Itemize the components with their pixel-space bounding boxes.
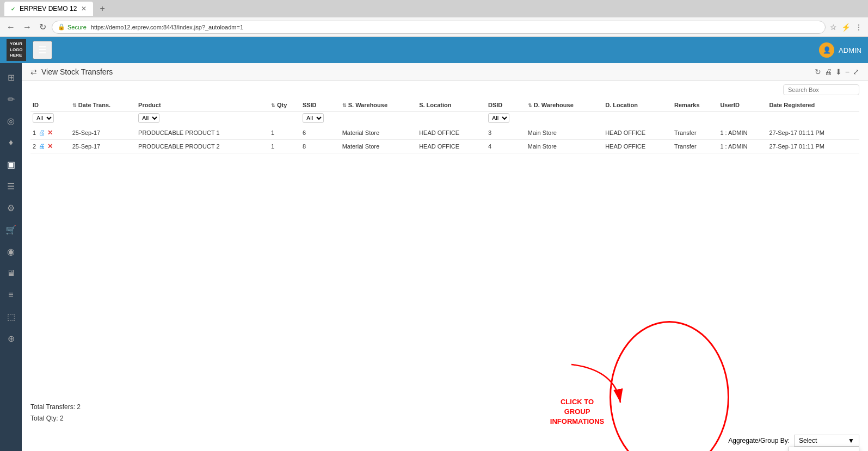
print-row-icon[interactable]: 🖨 [39,129,45,137]
sidebar-item-cart[interactable]: 🛒 [1,220,21,239]
tab-favicon: ✔ [11,6,15,12]
transfer-icon: ⇄ [30,67,37,76]
product-filter-select[interactable]: All [138,113,159,123]
page-actions: ↻ 🖨 ⬇ − ⤢ [815,67,859,76]
cell-s-warehouse: Material Store [340,126,417,140]
cell-date-trans: 25-Sep-17 [70,126,136,140]
sidebar-item-box[interactable]: ▣ [1,155,21,174]
download-page-icon[interactable]: ⬇ [835,67,842,76]
dropdown-trigger[interactable]: Select ▼ [794,435,859,447]
filter-dsid[interactable]: All [486,112,526,127]
aggregate-section: CLICK TO GROUPINFORMATIONS Agg [22,430,868,451]
tab-close-button[interactable]: ✕ [81,5,87,13]
print-row-icon[interactable]: 🖨 [39,143,45,150]
custom-dropdown[interactable]: Select ▼ Select Date Trans. Product SSID… [794,435,859,447]
hamburger-button[interactable]: ☰ [33,41,52,59]
admin-area: 👤 ADMIN [819,42,861,58]
minimize-icon[interactable]: − [845,67,849,76]
col-remarks: Remarks [672,98,718,112]
cell-d-warehouse: Main Store [526,126,603,140]
sidebar-item-circle[interactable]: ◎ [1,111,21,131]
extensions-icon[interactable]: ⚡ [840,22,852,33]
tab-bar: ✔ ERPREV DEMO 12 ✕ + [0,0,868,17]
main-layout: ⊞ ✏ ◎ ♦ ▣ ☰ ⚙ 🛒 ◉ 🖥 ≡ ⬚ ⊕ ⇄ View Stock T… [0,63,868,451]
delete-row-icon[interactable]: ✕ [47,129,53,137]
refresh-page-icon[interactable]: ↻ [815,67,821,76]
sidebar-item-edit[interactable]: ✏ [1,89,21,109]
cell-remarks: Transfer [672,126,718,140]
aggregate-dropdown-container[interactable]: Select ▼ Select Date Trans. Product SSID… [794,435,859,447]
sidebar-item-menu2[interactable]: ≡ [1,285,21,305]
app-wrapper: YOUR LOGO HERE ☰ 👤 ADMIN ⊞ ✏ ◎ ♦ ▣ ☰ ⚙ 🛒… [0,37,868,451]
sidebar: ⊞ ✏ ◎ ♦ ▣ ☰ ⚙ 🛒 ◉ 🖥 ≡ ⬚ ⊕ [0,63,22,451]
cell-dsid: 4 [486,140,526,153]
sidebar-item-list[interactable]: ☰ [1,176,21,196]
search-input[interactable] [783,84,859,95]
col-s-warehouse: ⇅ S. Warehouse [340,98,417,112]
sidebar-item-globe[interactable]: ⊕ [1,329,21,348]
col-ssid: SSID [300,98,340,112]
filter-product[interactable]: All [136,112,269,127]
nav-icons: ☆ ⚡ ⋮ [829,22,864,33]
admin-label: ADMIN [839,46,861,54]
col-dsid: DSID [486,98,526,112]
bookmark-icon[interactable]: ☆ [829,22,838,33]
dsid-filter-select[interactable]: All [488,113,509,123]
cell-ssid: 6 [300,126,340,140]
cell-s-location: HEAD OFFICE [417,140,486,153]
tab-title: ERPREV DEMO 12 [20,5,77,13]
table-wrapper: ID ⇅ Date Trans. Product ⇅ Qty SSID ⇅ S.… [22,98,868,396]
refresh-button[interactable]: ↻ [37,21,48,33]
cell-product: PRODUCEABLE PRODUCT 1 [136,126,269,140]
total-qty: Total Qty: 2 [30,413,859,425]
dropdown-list: Select Date Trans. Product SSID S. Wareh… [789,447,859,451]
secure-label: Secure [67,24,87,30]
delete-row-icon[interactable]: ✕ [47,143,53,150]
cell-d-location: HEAD OFFICE [603,140,672,153]
cell-id: 2 🖨 ✕ [30,140,70,153]
sidebar-item-monitor[interactable]: 🖥 [1,263,21,283]
col-id: ID [30,98,70,112]
back-button[interactable]: ← [4,21,17,33]
print-page-icon[interactable]: 🖨 [824,67,832,76]
col-date-trans: ⇅ Date Trans. [70,98,136,112]
expand-icon[interactable]: ⤢ [853,67,859,76]
col-date-registered: Date Registered [767,98,859,112]
cell-ssid: 8 [300,140,340,153]
cell-dsid: 3 [486,126,526,140]
address-bar[interactable]: 🔒 Secure https://demo12.erprev.com:8443/… [52,21,826,34]
filter-ssid[interactable]: All [300,112,340,127]
col-product: Product [136,98,269,112]
table-header-row: ID ⇅ Date Trans. Product ⇅ Qty SSID ⇅ S.… [30,98,859,112]
cell-date-trans: 25-Sep-17 [70,140,136,153]
cell-date-registered: 27-Sep-17 01:11 PM [767,140,859,153]
sidebar-item-settings[interactable]: ⚙ [1,198,21,218]
active-tab[interactable]: ✔ ERPREV DEMO 12 ✕ [4,2,93,16]
id-filter-select[interactable]: All [33,113,54,123]
cell-date-registered: 27-Sep-17 01:11 PM [767,126,859,140]
filter-id[interactable]: All [30,112,70,127]
page-title-area: ⇄ View Stock Transfers [30,67,113,76]
new-tab-button[interactable]: + [95,4,109,14]
top-bar: YOUR LOGO HERE ☰ 👤 ADMIN [0,37,868,63]
ssid-filter-select[interactable]: All [303,113,324,123]
cell-qty: 1 [269,126,300,140]
search-area [22,81,868,98]
col-userid: UserID [718,98,767,112]
sidebar-item-dashboard[interactable]: ⊞ [1,67,21,87]
page-header: ⇄ View Stock Transfers ↻ 🖨 ⬇ − ⤢ [22,63,868,81]
cell-d-warehouse: Main Store [526,140,603,153]
sidebar-item-diamond[interactable]: ♦ [1,133,21,152]
cell-remarks: Transfer [672,140,718,153]
dropdown-item-select[interactable]: Select [789,447,859,451]
menu-icon[interactable]: ⋮ [854,22,864,33]
admin-avatar: 👤 [819,42,834,58]
sidebar-item-dot[interactable]: ◉ [1,242,21,261]
forward-button[interactable]: → [21,21,34,33]
summary-section: Total Transfers: 2 Total Qty: 2 [22,396,868,430]
main-content: ⇄ View Stock Transfers ↻ 🖨 ⬇ − ⤢ [22,63,868,451]
sidebar-item-square[interactable]: ⬚ [1,307,21,326]
col-d-warehouse: ⇅ D. Warehouse [526,98,603,112]
cell-product: PRODUCEABLE PRODUCT 2 [136,140,269,153]
cell-s-warehouse: Material Store [340,140,417,153]
